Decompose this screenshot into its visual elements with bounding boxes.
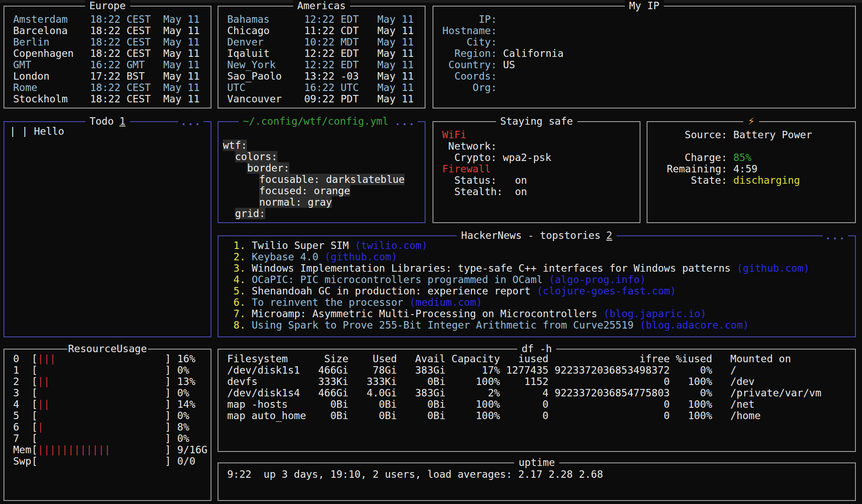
panel-title-hackernews: HackerNews - topstories2 [457, 230, 616, 241]
story-title: OCaPIC: PIC microcontrollers programmed … [252, 274, 543, 285]
clock-zone: UTC [341, 82, 371, 93]
clock-time: 18:22 [90, 36, 120, 48]
power-info: Source:Battery Power Charge:85% Remainin… [647, 122, 855, 186]
firewall-heading: Firewall [433, 163, 640, 175]
source-value: Battery Power [733, 129, 812, 140]
city-label: City: [442, 36, 497, 48]
panel-power: ⚡ Source:Battery Power Charge:85% Remain… [647, 121, 856, 223]
hackernews-story[interactable]: 4.OCaPIC: PIC microcontrollers programme… [218, 274, 855, 285]
clock-date: May 11 [377, 82, 417, 93]
hackernews-story[interactable]: 7.Microamp: Asymmetric Multi-Processing … [218, 308, 855, 319]
ip-row: Region:California [433, 48, 855, 59]
staying-safe-title-text: Staying safe [500, 116, 573, 127]
config-file-path: ~/.config/wtf/config.yml [243, 116, 388, 127]
clock-zone: -03 [341, 70, 371, 82]
hackernews-story[interactable]: 5.Shenandoah GC in production: experienc… [218, 285, 855, 297]
clock-city: Rome [13, 82, 90, 93]
ip-row: Org: [433, 82, 855, 93]
wifi-heading: WiFi [433, 129, 640, 140]
org-label: Org: [442, 82, 497, 93]
story-domain-link[interactable]: (blog.adacore.com) [640, 319, 749, 331]
panel-title-americas: Americas [293, 0, 350, 11]
story-domain-link[interactable]: (github.com) [737, 262, 809, 274]
story-rank: 2. [233, 251, 246, 262]
clock-zone: CEST [127, 14, 157, 25]
ip-label: IP: [442, 14, 497, 25]
config-line: focusable: darkslateblue [218, 174, 425, 185]
clock-row: Chicago11:22CDTMay 11 [218, 25, 425, 36]
meter-bar: | [38, 421, 165, 433]
story-domain-link[interactable]: (twilio.com) [355, 240, 428, 251]
hackernews-story[interactable]: 1.Twilio Super SIM(twilio.com) [218, 240, 855, 251]
clock-date: May 11 [377, 48, 417, 59]
power-source-row: Source:Battery Power [647, 129, 855, 140]
config-code: grid: [235, 208, 265, 219]
hackernews-story[interactable]: 6.To reinvent the processor(medium.com) [218, 297, 855, 308]
panel-config-file[interactable]: ~/.config/wtf/config.yml3 ... wtf: color… [218, 121, 426, 223]
clock-city: GMT [13, 59, 90, 70]
config-line: border: [218, 162, 425, 174]
clock-date: May 11 [163, 59, 203, 70]
clock-city: Copenhagen [13, 48, 90, 59]
clock-zone: CEST [127, 82, 157, 93]
state-label: State: [667, 175, 727, 186]
story-domain-link[interactable]: (medium.com) [409, 297, 482, 308]
clock-zone: CEST [127, 25, 157, 36]
story-domain-link[interactable]: (github.com) [324, 251, 397, 262]
story-rank: 4. [233, 274, 246, 285]
clock-row: Rome18:22CESTMay 11 [4, 82, 211, 93]
meter-value: 13% [177, 376, 196, 387]
uptime-title-text: uptime [518, 457, 555, 468]
clock-city: New_York [227, 59, 304, 70]
clock-date: May 11 [163, 25, 203, 36]
meter-label: 5 [13, 410, 32, 421]
config-file-contents: wtf: colors: border: focusable: darkslat… [218, 122, 425, 219]
hackernews-story[interactable]: 3.Windows Implementation Libraries: type… [218, 262, 855, 274]
cpu-meter-row: 2[||]13% [4, 376, 211, 387]
panel-todo[interactable]: Todo1 ... | | Hello [4, 121, 211, 337]
clock-zone: EDT [341, 59, 371, 70]
clock-row: Barcelona18:22CESTMay 11 [4, 25, 211, 36]
df-row: map -hosts 0Bi 0Bi 0Bi 100% 0 0 100% /ne… [218, 399, 855, 410]
panel-my-ip: My IP IP: Hostname: City: Region:Califor… [433, 6, 856, 108]
uptime-text: 9:22 up 3 days, 19:10, 2 users, load ave… [218, 469, 855, 480]
firewall-stealth: Stealth: on [433, 186, 640, 197]
cpu-meter-row: 4[||]14% [4, 399, 211, 410]
clock-time: 10:22 [304, 36, 334, 48]
config-code: border: [247, 162, 289, 174]
panel-hackernews[interactable]: HackerNews - topstories2 ... 1.Twilio Su… [218, 235, 856, 337]
config-line: colors: [218, 151, 425, 162]
story-domain-link[interactable]: (clojure-goes-fast.com) [537, 285, 676, 297]
clock-city: London [13, 70, 90, 82]
clock-time: 18:22 [90, 82, 120, 93]
ip-row: City: [433, 36, 855, 48]
story-rank: 7. [233, 308, 246, 319]
hackernews-story[interactable]: 2.Keybase 4.0(github.com) [218, 251, 855, 262]
clock-date: May 11 [377, 70, 417, 82]
story-rank: 3. [233, 262, 246, 274]
clock-row: Copenhagen18:22CESTMay 11 [4, 48, 211, 59]
clock-row: Berlin18:22CESTMay 11 [4, 36, 211, 48]
clock-city: Stockholm [13, 93, 90, 105]
hackernews-story-list: 1.Twilio Super SIM(twilio.com) 2.Keybase… [218, 236, 855, 331]
clock-row: Iqaluit12:22EDTMay 11 [218, 48, 425, 59]
panel-title-europe: Europe [85, 0, 130, 11]
cpu-meter-row: 7[]0% [4, 433, 211, 444]
story-domain-link[interactable]: (blog.japaric.io) [603, 308, 706, 319]
clock-time: 11:22 [304, 25, 334, 36]
ip-row: Country:US [433, 59, 855, 70]
clock-city: UTC [227, 82, 304, 93]
meter-value: 14% [177, 399, 196, 410]
panel-staying-safe: Staying safe WiFi Network: Crypto: wpa2-… [433, 121, 640, 223]
config-code: focusable: darkslateblue [259, 174, 405, 185]
panel-clocks-americas: Americas Bahamas12:22EDTMay 11 Chicago11… [218, 6, 426, 108]
clock-row: Stockholm18:22CESTMay 11 [4, 93, 211, 105]
story-domain-link[interactable]: (algo-prog.info) [549, 274, 646, 285]
df-row: devfs 333Ki 333Ki 0Bi 100% 1152 0 100% /… [218, 376, 855, 387]
clock-zone: CEST [127, 48, 157, 59]
clock-city: Denver [227, 36, 304, 48]
resource-usage-meters: 0[|||]16% 1[]0% 2[||]13% 3[]0% 4[||]14% … [4, 350, 211, 467]
meter-label: Swp [13, 455, 32, 467]
hackernews-story[interactable]: 8.Using Spark to Prove 255-Bit Integer A… [218, 319, 855, 331]
panel-title-staying-safe: Staying safe [496, 116, 577, 127]
